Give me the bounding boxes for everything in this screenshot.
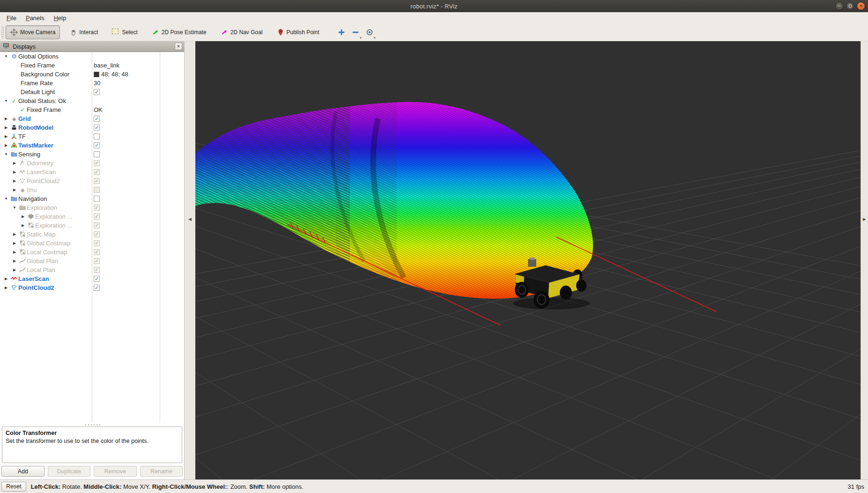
expander-closed-icon[interactable]: ▶ — [2, 143, 10, 147]
expander-closed-icon[interactable]: ▶ — [11, 250, 18, 254]
expander-open-icon[interactable]: ▼ — [2, 99, 10, 103]
tree-row-global-costmap[interactable]: ▶Global Costmap✓ — [0, 239, 184, 248]
tree-row-default-light[interactable]: Default Light✓ — [0, 88, 184, 96]
tool-2d-pose-estimate[interactable]: 2D Pose Estimate — [147, 25, 211, 39]
enabled-checkbox[interactable] — [94, 151, 100, 157]
tree-row-frame-rate[interactable]: Frame Rate30 — [0, 79, 184, 88]
tree-row-fixed-frame[interactable]: ✓Fixed FrameOK — [0, 105, 184, 114]
expander-closed-icon[interactable]: ▶ — [11, 259, 18, 263]
tool-2d-nav-goal[interactable]: 2D Nav Goal — [216, 25, 267, 39]
tree-row-navigation[interactable]: ▼Navigation — [0, 194, 184, 203]
enabled-checkbox[interactable]: ✓ — [94, 89, 100, 95]
panel-splitter-handle[interactable] — [0, 423, 184, 427]
expander-closed-icon[interactable]: ▶ — [11, 268, 18, 272]
tree-row-exploration[interactable]: ▶Exploration ...✓ — [0, 212, 184, 221]
tree-row-sensing[interactable]: ▼Sensing — [0, 150, 184, 159]
tree-row-local-plan[interactable]: ▶Local Plan✓ — [0, 265, 184, 274]
expander-closed-icon[interactable]: ▶ — [2, 117, 10, 121]
enabled-checkbox[interactable]: ✓ — [94, 205, 100, 211]
expander-closed-icon[interactable]: ▶ — [11, 179, 18, 183]
expander-closed-icon[interactable]: ▶ — [19, 214, 27, 219]
expander-open-icon[interactable]: ▼ — [2, 152, 10, 156]
enabled-checkbox[interactable]: ✓ — [94, 258, 100, 264]
enabled-checkbox[interactable]: ✓ — [94, 142, 100, 148]
enabled-checkbox[interactable] — [94, 196, 100, 202]
tree-row-global-options[interactable]: ▼⚙Global Options — [0, 52, 184, 61]
tree-row-pointcloud2[interactable]: ▶PointCloud2✓ — [0, 177, 184, 185]
zoom-out-tool[interactable]: ▾ — [349, 26, 362, 39]
tool-interact[interactable]: Interact — [65, 25, 103, 39]
expander-closed-icon[interactable]: ▶ — [2, 277, 10, 281]
enabled-checkbox[interactable] — [94, 133, 100, 140]
tree-row-background-color[interactable]: Background Color48; 48; 48 — [0, 70, 184, 79]
property-value[interactable]: 30 — [94, 79, 100, 88]
tree-row-global-plan[interactable]: ▶Global Plan✓ — [0, 257, 184, 265]
tool-publish-point[interactable]: Publish Point — [272, 25, 324, 39]
tree-row-local-costmap[interactable]: ▶Local Costmap✓ — [0, 248, 184, 257]
collapse-right-icon[interactable]: ▶ — [863, 217, 866, 221]
collapse-left-icon[interactable]: ◀ — [188, 217, 192, 221]
expander-closed-icon[interactable]: ▶ — [11, 161, 18, 165]
expander-closed-icon[interactable]: ▶ — [2, 125, 10, 130]
tree-row-fixed-frame[interactable]: Fixed Framebase_link — [0, 61, 184, 70]
expander-closed-icon[interactable]: ▶ — [11, 241, 18, 245]
expander-open-icon[interactable]: ▼ — [2, 54, 10, 59]
tree-row-grid[interactable]: ▶◈Grid✓ — [0, 114, 184, 123]
expander-closed-icon[interactable]: ▶ — [2, 134, 10, 139]
panel-close-icon[interactable]: ✕ — [175, 43, 182, 50]
enabled-checkbox[interactable]: ✓ — [94, 213, 100, 220]
tool-select[interactable]: Select — [107, 25, 142, 39]
tree-row-laserscan[interactable]: ▶LaserScan✓ — [0, 168, 184, 177]
enabled-checkbox[interactable] — [94, 187, 100, 193]
expander-open-icon[interactable]: ▼ — [11, 206, 18, 210]
enabled-checkbox[interactable]: ✓ — [94, 267, 100, 273]
left-splitter[interactable]: ◀ — [185, 41, 195, 479]
enabled-checkbox[interactable]: ✓ — [94, 222, 100, 228]
tree-row-exploration[interactable]: ▶Exploration ...✓ — [0, 221, 184, 230]
expander-closed-icon[interactable]: ▶ — [19, 223, 27, 228]
expander-closed-icon[interactable]: ▶ — [11, 232, 18, 236]
minimize-button-icon[interactable]: ─ — [835, 2, 844, 10]
expander-closed-icon[interactable]: ▶ — [11, 170, 18, 174]
enabled-checkbox[interactable]: ✓ — [94, 231, 100, 237]
tree-row-global-status-ok[interactable]: ▼✓Global Status: Ok — [0, 96, 184, 105]
tree-row-imu[interactable]: ▶◆Imu — [0, 185, 184, 194]
reset-button[interactable]: Reset — [1, 482, 26, 492]
tree-row-static-map[interactable]: ▶Static Map✓ — [0, 230, 184, 239]
property-value[interactable]: OK — [94, 105, 103, 114]
tree-row-tf[interactable]: ▶TF — [0, 132, 184, 141]
enabled-checkbox[interactable]: ✓ — [94, 125, 100, 131]
enabled-checkbox[interactable]: ✓ — [94, 160, 100, 166]
zoom-in-tool[interactable] — [335, 26, 348, 39]
enabled-checkbox[interactable]: ✓ — [94, 240, 100, 246]
menu-panels[interactable]: Panels — [21, 13, 49, 23]
toolbar-drag-handle[interactable] — [1, 26, 4, 38]
tree-row-robotmodel[interactable]: ▶RobotModel✓ — [0, 123, 184, 132]
right-panel-strip[interactable]: ▶ — [861, 41, 868, 479]
property-value[interactable]: base_link — [94, 61, 119, 70]
menu-file[interactable]: File — [2, 13, 21, 23]
tree-row-laserscan[interactable]: ▶LaserScan✓ — [0, 274, 184, 283]
focus-camera-tool[interactable]: ▾ — [364, 26, 376, 39]
expander-closed-icon[interactable]: ▶ — [2, 286, 10, 290]
enabled-checkbox[interactable]: ✓ — [94, 169, 100, 175]
tree-row-twistmarker[interactable]: ▶TwistMarker✓ — [0, 141, 184, 150]
enabled-checkbox[interactable]: ✓ — [94, 249, 100, 255]
maximize-button-icon[interactable] — [846, 2, 854, 10]
menu-help[interactable]: Help — [49, 13, 71, 23]
enabled-checkbox[interactable]: ✓ — [94, 285, 100, 291]
displays-panel-titlebar[interactable]: Displays ✕ — [0, 41, 184, 52]
tool-move-camera[interactable]: Move Camera — [6, 25, 60, 39]
enabled-checkbox[interactable]: ✓ — [94, 178, 100, 184]
property-color-value[interactable]: 48; 48; 48 — [94, 70, 128, 79]
render-viewport[interactable] — [195, 41, 861, 479]
tree-row-exploration[interactable]: ▼Exploration✓ — [0, 203, 184, 212]
expander-closed-icon[interactable]: ▶ — [11, 188, 18, 192]
tree-row-pointcloud2[interactable]: ▶PointCloud2✓ — [0, 283, 184, 292]
expander-open-icon[interactable]: ▼ — [2, 197, 10, 201]
enabled-checkbox[interactable]: ✓ — [94, 276, 100, 282]
enabled-checkbox[interactable]: ✓ — [94, 116, 100, 122]
add-button[interactable]: Add — [1, 466, 45, 477]
tree-row-odometry[interactable]: ▶Odometry✓ — [0, 159, 184, 168]
close-button-icon[interactable]: ✕ — [857, 2, 865, 10]
